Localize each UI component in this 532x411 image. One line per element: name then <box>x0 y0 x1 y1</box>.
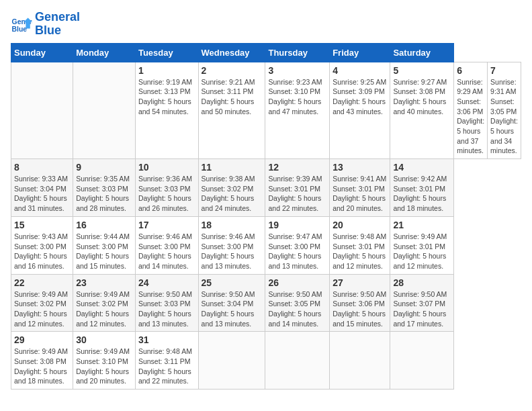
calendar-cell <box>11 62 73 159</box>
day-info: Sunrise: 9:41 AMSunset: 3:01 PMDaylight:… <box>332 174 387 214</box>
day-number: 31 <box>138 334 195 345</box>
calendar-week-4: 29 Sunrise: 9:49 AMSunset: 3:08 PMDaylig… <box>11 332 521 390</box>
day-number: 17 <box>138 220 195 230</box>
day-info: Sunrise: 9:21 AMSunset: 3:11 PMDaylight:… <box>202 77 263 117</box>
day-number: 25 <box>202 277 263 288</box>
calendar-cell: 19 Sunrise: 9:47 AMSunset: 3:00 PMDaylig… <box>265 216 330 274</box>
day-number: 11 <box>202 162 263 173</box>
calendar-cell: 7 Sunrise: 9:31 AMSunset: 3:05 PMDayligh… <box>488 62 521 159</box>
day-number: 30 <box>76 334 132 345</box>
day-number: 19 <box>268 220 326 230</box>
day-info: Sunrise: 9:36 AMSunset: 3:03 PMDaylight:… <box>138 174 195 214</box>
weekday-header-row: SundayMondayTuesdayWednesdayThursdayFrid… <box>11 43 521 62</box>
calendar-cell: 23 Sunrise: 9:49 AMSunset: 3:02 PMDaylig… <box>73 274 136 332</box>
day-number: 10 <box>138 162 195 173</box>
calendar-table: SundayMondayTuesdayWednesdayThursdayFrid… <box>11 43 521 390</box>
day-info: Sunrise: 9:33 AMSunset: 3:04 PMDaylight:… <box>14 174 70 214</box>
day-number: 24 <box>138 277 195 288</box>
calendar-cell: 17 Sunrise: 9:46 AMSunset: 3:00 PMDaylig… <box>135 216 198 274</box>
day-info: Sunrise: 9:27 AMSunset: 3:08 PMDaylight:… <box>393 77 451 117</box>
calendar-cell: 29 Sunrise: 9:49 AMSunset: 3:08 PMDaylig… <box>11 332 73 390</box>
day-number: 4 <box>332 65 387 76</box>
day-info: Sunrise: 9:49 AMSunset: 3:10 PMDaylight:… <box>76 347 132 386</box>
calendar-cell <box>265 332 330 390</box>
svg-text:Blue: Blue <box>12 26 28 33</box>
calendar-cell <box>330 332 390 390</box>
calendar-cell: 8 Sunrise: 9:33 AMSunset: 3:04 PMDayligh… <box>11 159 73 217</box>
page-header: General Blue General Blue <box>11 11 521 38</box>
day-info: Sunrise: 9:25 AMSunset: 3:09 PMDaylight:… <box>332 77 387 117</box>
weekday-header-wednesday: Wednesday <box>198 43 265 62</box>
calendar-cell: 2 Sunrise: 9:21 AMSunset: 3:11 PMDayligh… <box>198 62 265 159</box>
calendar-week-3: 22 Sunrise: 9:49 AMSunset: 3:02 PMDaylig… <box>11 274 521 332</box>
day-info: Sunrise: 9:49 AMSunset: 3:02 PMDaylight:… <box>76 289 132 329</box>
day-number: 3 <box>268 65 326 76</box>
day-info: Sunrise: 9:46 AMSunset: 3:00 PMDaylight:… <box>202 232 263 271</box>
calendar-cell: 21 Sunrise: 9:49 AMSunset: 3:01 PMDaylig… <box>390 216 454 274</box>
calendar-cell: 1 Sunrise: 9:19 AMSunset: 3:13 PMDayligh… <box>135 62 198 159</box>
day-number: 5 <box>393 65 451 76</box>
day-info: Sunrise: 9:50 AMSunset: 3:05 PMDaylight:… <box>268 289 326 329</box>
day-number: 18 <box>202 220 263 230</box>
calendar-cell: 5 Sunrise: 9:27 AMSunset: 3:08 PMDayligh… <box>390 62 454 159</box>
day-info: Sunrise: 9:44 AMSunset: 3:00 PMDaylight:… <box>76 232 132 271</box>
day-number: 26 <box>268 277 326 288</box>
calendar-week-0: 1 Sunrise: 9:19 AMSunset: 3:13 PMDayligh… <box>11 62 521 159</box>
day-number: 8 <box>14 162 70 173</box>
day-info: Sunrise: 9:39 AMSunset: 3:01 PMDaylight:… <box>268 174 326 214</box>
calendar-cell: 18 Sunrise: 9:46 AMSunset: 3:00 PMDaylig… <box>198 216 265 274</box>
day-number: 14 <box>393 162 451 173</box>
calendar-cell: 3 Sunrise: 9:23 AMSunset: 3:10 PMDayligh… <box>265 62 330 159</box>
day-number: 22 <box>14 277 70 288</box>
day-info: Sunrise: 9:31 AMSunset: 3:05 PMDaylight:… <box>490 77 518 156</box>
logo: General Blue General Blue <box>11 11 80 38</box>
calendar-cell: 16 Sunrise: 9:44 AMSunset: 3:00 PMDaylig… <box>73 216 136 274</box>
calendar-cell: 20 Sunrise: 9:48 AMSunset: 3:01 PMDaylig… <box>330 216 390 274</box>
calendar-cell: 15 Sunrise: 9:43 AMSunset: 3:00 PMDaylig… <box>11 216 73 274</box>
logo-line1: General <box>35 11 80 24</box>
day-info: Sunrise: 9:50 AMSunset: 3:07 PMDaylight:… <box>393 289 451 329</box>
day-info: Sunrise: 9:47 AMSunset: 3:00 PMDaylight:… <box>268 232 326 271</box>
day-info: Sunrise: 9:48 AMSunset: 3:01 PMDaylight:… <box>332 232 387 271</box>
day-number: 1 <box>138 65 195 76</box>
weekday-header-friday: Friday <box>330 43 390 62</box>
logo-line2: Blue <box>35 24 80 38</box>
calendar-cell: 28 Sunrise: 9:50 AMSunset: 3:07 PMDaylig… <box>390 274 454 332</box>
calendar-cell <box>390 332 454 390</box>
day-number: 23 <box>76 277 132 288</box>
day-info: Sunrise: 9:46 AMSunset: 3:00 PMDaylight:… <box>138 232 195 271</box>
day-number: 29 <box>14 334 70 345</box>
day-info: Sunrise: 9:48 AMSunset: 3:11 PMDaylight:… <box>138 347 195 386</box>
weekday-header-monday: Monday <box>73 43 136 62</box>
weekday-header-sunday: Sunday <box>11 43 73 62</box>
calendar-cell: 22 Sunrise: 9:49 AMSunset: 3:02 PMDaylig… <box>11 274 73 332</box>
calendar-cell: 24 Sunrise: 9:50 AMSunset: 3:03 PMDaylig… <box>135 274 198 332</box>
day-info: Sunrise: 9:50 AMSunset: 3:03 PMDaylight:… <box>138 289 195 329</box>
day-number: 15 <box>14 220 70 230</box>
calendar-cell <box>198 332 265 390</box>
day-info: Sunrise: 9:43 AMSunset: 3:00 PMDaylight:… <box>14 232 70 271</box>
calendar-cell: 30 Sunrise: 9:49 AMSunset: 3:10 PMDaylig… <box>73 332 136 390</box>
calendar-cell <box>73 62 136 159</box>
calendar-week-1: 8 Sunrise: 9:33 AMSunset: 3:04 PMDayligh… <box>11 159 521 217</box>
day-number: 16 <box>76 220 132 230</box>
day-info: Sunrise: 9:50 AMSunset: 3:06 PMDaylight:… <box>332 289 387 329</box>
day-number: 12 <box>268 162 326 173</box>
calendar-cell: 27 Sunrise: 9:50 AMSunset: 3:06 PMDaylig… <box>330 274 390 332</box>
day-info: Sunrise: 9:23 AMSunset: 3:10 PMDaylight:… <box>268 77 326 117</box>
day-number: 9 <box>76 162 132 173</box>
calendar-cell: 10 Sunrise: 9:36 AMSunset: 3:03 PMDaylig… <box>135 159 198 217</box>
day-number: 20 <box>332 220 387 230</box>
day-info: Sunrise: 9:50 AMSunset: 3:04 PMDaylight:… <box>202 289 263 329</box>
weekday-header-saturday: Saturday <box>390 43 454 62</box>
logo-icon: General Blue <box>11 13 32 35</box>
calendar-cell: 14 Sunrise: 9:42 AMSunset: 3:01 PMDaylig… <box>390 159 454 217</box>
day-number: 2 <box>202 65 263 76</box>
day-number: 13 <box>332 162 387 173</box>
day-number: 7 <box>490 65 518 76</box>
weekday-header-thursday: Thursday <box>265 43 330 62</box>
weekday-header-tuesday: Tuesday <box>135 43 198 62</box>
day-info: Sunrise: 9:49 AMSunset: 3:02 PMDaylight:… <box>14 289 70 329</box>
day-info: Sunrise: 9:49 AMSunset: 3:08 PMDaylight:… <box>14 347 70 386</box>
day-number: 27 <box>332 277 387 288</box>
